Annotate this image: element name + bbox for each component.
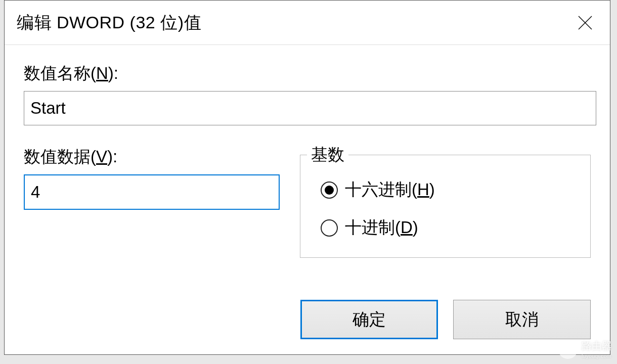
titlebar: 编辑 DWORD (32 位)值 [5, 1, 610, 45]
label-text: ): [107, 147, 117, 166]
radio-icon [321, 219, 338, 237]
ok-button[interactable]: 确定 [300, 300, 438, 339]
base-fieldset: 十六进制(H) 十进制(D) [300, 155, 591, 258]
button-label: 取消 [505, 308, 539, 331]
radio-label: 十六进制(H) [345, 178, 435, 201]
value-name-label: 数值名称(N): [24, 62, 591, 85]
label-text: 数值名称( [24, 64, 96, 82]
dialog-content: 数值名称(N): 数值数据(V): 基数 十六进制(H) [5, 45, 610, 354]
button-label: 确定 [352, 308, 386, 331]
cancel-button[interactable]: 取消 [453, 300, 591, 339]
radio-decimal[interactable]: 十进制(D) [321, 216, 570, 239]
close-icon [577, 15, 593, 31]
label-text: ): [108, 64, 118, 82]
accelerator-key: D [401, 218, 413, 237]
accelerator-key: H [417, 180, 429, 199]
dialog-title: 编辑 DWORD (32 位)值 [17, 11, 201, 34]
close-button[interactable] [572, 10, 598, 35]
label-text: 数值数据( [24, 147, 96, 166]
radio-icon [321, 181, 338, 199]
base-legend: 基数 [307, 144, 348, 166]
button-row: 确定 取消 [300, 300, 591, 339]
radio-hexadecimal[interactable]: 十六进制(H) [321, 178, 570, 201]
value-data-input[interactable] [24, 174, 280, 210]
accelerator-key: V [96, 147, 107, 166]
value-data-label: 数值数据(V): [24, 146, 280, 168]
accelerator-key: N [96, 64, 108, 82]
radio-label: 十进制(D) [345, 216, 418, 239]
edit-dword-dialog: 编辑 DWORD (32 位)值 数值名称(N): 数值数据(V): 基数 [4, 0, 610, 355]
value-name-input[interactable] [24, 91, 596, 125]
